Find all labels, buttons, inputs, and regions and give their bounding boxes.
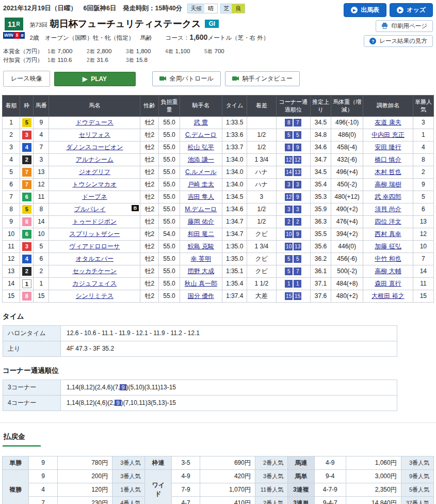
weight-carried: 55.0 — [159, 290, 180, 302]
race-edition: 第73回 — [30, 21, 47, 29]
horse-name-link[interactable]: ダノンスコーピオン — [66, 144, 123, 151]
jockey-name-link[interactable]: 武 豊 — [194, 119, 208, 126]
patrol-video-button[interactable]: 全周パトロール — [152, 71, 221, 86]
win-favorite-rank: 3 — [413, 116, 433, 129]
corner-position-badge: 13 — [294, 243, 301, 250]
race-video-button[interactable]: レース映像 — [3, 71, 50, 87]
print-page-button[interactable]: 印刷用ページ — [376, 20, 433, 32]
trainer-name-link[interactable]: 大根田 裕之 — [372, 292, 404, 300]
horse-name-link[interactable]: ヴィアドロローサ — [69, 243, 120, 250]
corner-order: 33 — [276, 203, 310, 215]
finish-time: 1:34.5 — [222, 191, 247, 203]
jockey-interview-button[interactable]: 騎手インタビュー — [225, 71, 300, 86]
corner-order: 89 — [276, 141, 310, 153]
horse-name-link[interactable]: カジュフェイス — [72, 280, 117, 287]
corner-order: 33 — [276, 178, 310, 191]
track-condition-badges: 天候 晴 芝 良 — [187, 4, 245, 13]
horse-name-link[interactable]: トゥードジボン — [73, 218, 117, 225]
payout-amount: 1,070円 — [200, 483, 255, 496]
payout-amount: 2,350円 — [346, 483, 401, 496]
play-arrow-icon: ▶ — [351, 7, 358, 13]
finish-position: 2 — [3, 129, 20, 141]
prize-value: 110.6 — [58, 56, 72, 65]
horse-name-link[interactable]: アルナシーム — [76, 156, 114, 163]
frame-number-badge: 6 — [22, 193, 31, 201]
shutsuba-button[interactable]: ▶ 出馬表 — [344, 3, 386, 17]
trainer-name-link[interactable]: 橋口 慎介 — [375, 156, 401, 163]
corner-order: 1515 — [276, 290, 310, 302]
payout-popularity: 5番人気 — [401, 483, 433, 496]
jockey-name-link[interactable]: 藤岡 佑介 — [188, 218, 214, 225]
prize-rank: 2着 — [87, 47, 95, 56]
horse-name-link[interactable]: ドーブネ — [82, 193, 107, 200]
trainer-name-link[interactable]: 西村 真幸 — [375, 230, 401, 238]
trainer-name-link[interactable]: 森田 直行 — [375, 280, 401, 287]
odds-button[interactable]: ▶ オッズ — [390, 3, 433, 17]
jockey-name-link[interactable]: 吉田 隼人 — [188, 193, 214, 200]
jockey-name-link[interactable]: 鮫島 克駿 — [188, 243, 214, 250]
trainer-name-link[interactable]: 高柳 瑞樹 — [375, 181, 401, 188]
jockey-name-link[interactable]: 池添 謙一 — [188, 156, 214, 163]
win5-badge[interactable]: WIN5B — [3, 32, 25, 39]
estimated-last3f: 35.3 — [310, 191, 331, 203]
payout-amount: 200円 — [57, 469, 112, 483]
horse-name-link[interactable]: プルパレイ — [74, 206, 105, 213]
payout-popularity: 3番人気 — [112, 469, 145, 483]
jockey-name-link[interactable]: 幸 英明 — [191, 255, 211, 262]
trainer-name-link[interactable]: 中竹 和也 — [375, 255, 401, 262]
play-button[interactable]: ▶ PLAY — [54, 72, 136, 86]
jockey-name-link[interactable]: 秋山 真一郎 — [185, 280, 217, 287]
trainer-name-link[interactable]: 武 幸四郎 — [375, 193, 401, 200]
frame-number-badge: 8 — [22, 292, 31, 301]
odds-button-label: オッズ — [407, 6, 426, 14]
results-table-wrap: 着順 枠 馬番 馬名 性齢 負担重量 騎手名 タイム 着差 コーナー通過順位 推… — [0, 92, 436, 303]
trainer-name-link[interactable]: 木村 哲也 — [375, 168, 401, 176]
horse-number: 3 — [34, 153, 49, 166]
weight-carried: 55.0 — [159, 116, 180, 129]
trainer-name-link[interactable]: 加藤 征弘 — [375, 243, 401, 250]
trainer-name-link[interactable]: 友道 康夫 — [375, 119, 401, 126]
horse-bodyweight: 500(-2) — [331, 265, 363, 277]
horse-name-link[interactable]: ジオグリフ — [79, 168, 110, 176]
corner-order-text: )(7,10,11)3(5,13)-15 — [121, 399, 176, 406]
jockey-name-link[interactable]: 国分 優作 — [188, 292, 214, 300]
trainer-name-link[interactable]: 須貝 尚介 — [375, 206, 401, 213]
col-header-margin: 着差 — [247, 96, 276, 117]
payout-combination: 7-9 — [171, 483, 200, 496]
margin: ハナ — [247, 166, 276, 178]
result-guide-label: レース結果の見方 — [379, 37, 427, 45]
jockey-name-link[interactable]: M.デムーロ — [185, 206, 217, 213]
horse-name-link[interactable]: セリフォス — [79, 131, 110, 138]
horse-name-link[interactable]: トウシンマカオ — [72, 181, 117, 188]
horse-name-link[interactable]: セッカチケーン — [73, 267, 117, 275]
play-icon: ▶ — [83, 75, 87, 83]
trainer-name-link[interactable]: 中内田 充正 — [372, 131, 404, 138]
corner-order-table: 3コーナー 1,14(8,12)(2,4,6)(7,9)(5,10)(3,11)… — [3, 380, 397, 411]
results-table: 着順 枠 馬番 馬名 性齢 負担重量 騎手名 タイム 着差 コーナー通過順位 推… — [2, 95, 434, 303]
frame-number-badge: 4 — [22, 255, 31, 263]
jockey-name-link[interactable]: 戸崎 圭太 — [188, 181, 214, 188]
horse-name-link[interactable]: スプリットザシー — [69, 230, 120, 238]
horse-name-link[interactable]: オタルエバー — [76, 255, 114, 262]
estimated-last3f: 34.8 — [310, 129, 331, 141]
horse-bodyweight: 496(+4) — [331, 166, 363, 178]
corner-position-badge: 1 — [294, 280, 301, 288]
jockey-name-link[interactable]: 団野 大成 — [188, 267, 214, 275]
frame-number-badge: 2 — [22, 267, 31, 276]
corner-position-badge: 15 — [285, 292, 293, 300]
payout-table: 単勝 9 780円 3番人気 枠連 3-5 690円 2番人気 馬連 4-9 1… — [2, 456, 434, 504]
jockey-name-link[interactable]: C.デムーロ — [185, 131, 217, 138]
win5-win-text: WIN — [3, 32, 14, 39]
jockey-name-link[interactable]: C.ルメール — [185, 168, 217, 176]
horse-name-link[interactable]: ドウデュース — [76, 119, 114, 126]
trainer-name-link[interactable]: 高柳 大輔 — [375, 267, 401, 275]
trainer-name-link[interactable]: 四位 洋文 — [375, 218, 401, 225]
jockey-name-link[interactable]: 松山 弘平 — [188, 144, 214, 151]
sex-age: 牡2 — [140, 277, 159, 290]
trainer-name-link[interactable]: 安田 隆行 — [375, 144, 401, 151]
horse-name-link[interactable]: シンリミテス — [76, 292, 114, 300]
jockey-name-link[interactable]: 和田 竜二 — [188, 230, 214, 238]
horse-number: 9 — [34, 116, 49, 129]
course-info: コース：1,600メートル（芝・右 外） — [166, 33, 269, 42]
result-guide-button[interactable]: ? レース結果の見方 — [364, 35, 433, 47]
